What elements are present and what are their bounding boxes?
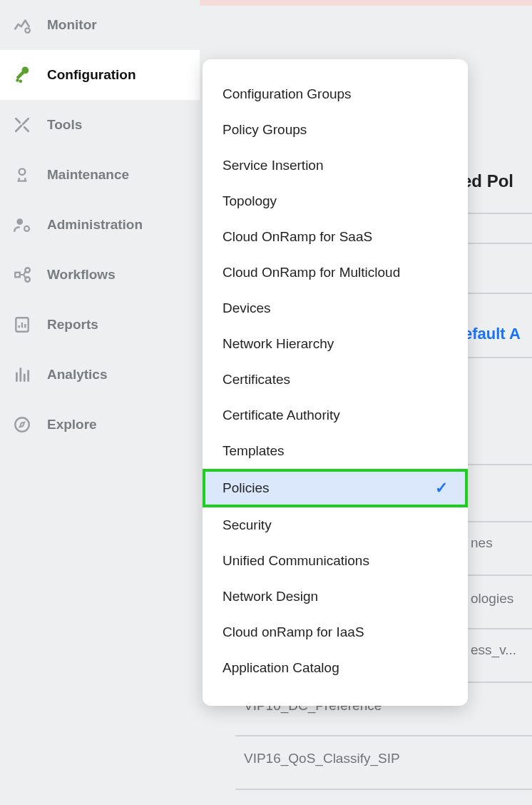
flyout-item-certificate-authority[interactable]: Certificate Authority bbox=[203, 398, 468, 433]
flyout-item-cloud-onramp-saas[interactable]: Cloud OnRamp for SaaS bbox=[203, 219, 468, 255]
divider bbox=[235, 735, 532, 736]
sidebar-item-tools[interactable]: Tools bbox=[0, 100, 200, 150]
sidebar-item-label: Maintenance bbox=[47, 167, 129, 183]
top-alert-bar bbox=[200, 0, 532, 6]
flyout-item-label: Cloud OnRamp for SaaS bbox=[222, 229, 372, 245]
configuration-flyout: Configuration Groups Policy Groups Servi… bbox=[203, 59, 468, 706]
flyout-item-label: Unified Communications bbox=[222, 553, 369, 569]
sidebar-item-label: Monitor bbox=[47, 17, 97, 33]
svg-point-5 bbox=[24, 226, 29, 231]
flyout-item-label: Certificate Authority bbox=[222, 407, 340, 423]
flyout-item-label: Service Insertion bbox=[222, 158, 324, 173]
sidebar-item-maintenance[interactable]: Maintenance bbox=[0, 150, 200, 200]
sidebar-item-label: Administration bbox=[47, 217, 143, 233]
sidebar-item-explore[interactable]: Explore bbox=[0, 400, 200, 450]
link-partial[interactable]: efault A bbox=[464, 325, 521, 343]
flyout-item-templates[interactable]: Templates bbox=[203, 433, 468, 469]
svg-rect-6 bbox=[15, 273, 20, 278]
analytics-icon bbox=[13, 365, 31, 384]
flyout-item-network-hierarchy[interactable]: Network Hierarchy bbox=[203, 326, 468, 362]
compass-icon bbox=[13, 415, 31, 434]
user-gear-icon bbox=[13, 216, 31, 234]
flyout-item-topology[interactable]: Topology bbox=[203, 183, 468, 219]
flyout-item-label: Certificates bbox=[222, 372, 290, 388]
sidebar-item-label: Configuration bbox=[47, 67, 136, 83]
flyout-item-network-design[interactable]: Network Design bbox=[203, 579, 468, 614]
flyout-item-unified-communications[interactable]: Unified Communications bbox=[203, 543, 468, 579]
sidebar-item-monitor[interactable]: Monitor bbox=[0, 0, 200, 50]
svg-point-0 bbox=[25, 28, 30, 33]
flyout-item-label: Templates bbox=[222, 443, 285, 459]
flyout-item-security[interactable]: Security bbox=[203, 507, 468, 543]
flyout-item-certificates[interactable]: Certificates bbox=[203, 362, 468, 398]
sidebar-item-label: Explore bbox=[47, 417, 97, 432]
flyout-item-label: Network Hierarchy bbox=[222, 336, 334, 352]
sidebar-item-label: Tools bbox=[47, 117, 82, 133]
svg-point-3 bbox=[19, 168, 26, 175]
gear-icon bbox=[13, 166, 31, 184]
svg-point-10 bbox=[15, 417, 29, 432]
svg-point-4 bbox=[16, 218, 23, 225]
svg-point-1 bbox=[16, 79, 19, 81]
sidebar-item-workflows[interactable]: Workflows bbox=[0, 250, 200, 300]
sidebar-item-label: Analytics bbox=[47, 367, 107, 383]
report-icon bbox=[13, 315, 31, 334]
flyout-item-label: Devices bbox=[222, 300, 271, 316]
monitor-icon bbox=[13, 16, 31, 34]
nav-sidebar: Monitor Configuration Tools Maintenance … bbox=[0, 0, 200, 805]
row-text-partial: nes bbox=[471, 535, 493, 551]
sidebar-item-label: Workflows bbox=[47, 267, 116, 283]
flyout-item-policies[interactable]: Policies ✓ bbox=[203, 469, 468, 507]
flyout-item-cloud-onramp-multicloud[interactable]: Cloud OnRamp for Multicloud bbox=[203, 255, 468, 290]
sidebar-item-reports[interactable]: Reports bbox=[0, 300, 200, 350]
row-text-partial: ess_v... bbox=[471, 642, 516, 658]
sidebar-item-analytics[interactable]: Analytics bbox=[0, 350, 200, 400]
row-text[interactable]: VIP16_QoS_Classify_SIP bbox=[244, 751, 400, 766]
flyout-item-devices[interactable]: Devices bbox=[203, 290, 468, 326]
flyout-item-application-catalog[interactable]: Application Catalog bbox=[203, 650, 468, 686]
sidebar-item-configuration[interactable]: Configuration bbox=[0, 50, 200, 100]
flyout-item-label: Application Catalog bbox=[222, 660, 339, 676]
flyout-item-label: Policy Groups bbox=[222, 122, 307, 138]
flyout-item-policy-groups[interactable]: Policy Groups bbox=[203, 112, 468, 148]
row-text-partial: ologies bbox=[471, 591, 513, 607]
wrench-icon bbox=[13, 66, 31, 84]
flyout-item-label: Policies bbox=[222, 480, 269, 496]
flyout-item-label: Topology bbox=[222, 193, 277, 209]
svg-point-2 bbox=[19, 80, 21, 82]
checkmark-icon: ✓ bbox=[435, 479, 448, 497]
workflow-icon bbox=[13, 265, 31, 284]
sidebar-item-administration[interactable]: Administration bbox=[0, 200, 200, 250]
flyout-item-service-insertion[interactable]: Service Insertion bbox=[203, 148, 468, 183]
flyout-item-label: Cloud OnRamp for Multicloud bbox=[222, 265, 400, 280]
flyout-item-label: Security bbox=[222, 517, 272, 533]
flyout-item-label: Configuration Groups bbox=[222, 86, 352, 102]
tools-icon bbox=[13, 116, 31, 134]
flyout-item-label: Network Design bbox=[222, 589, 318, 604]
flyout-item-cloud-onramp-iaas[interactable]: Cloud onRamp for IaaS bbox=[203, 614, 468, 650]
flyout-item-configuration-groups[interactable]: Configuration Groups bbox=[203, 76, 468, 112]
divider bbox=[235, 789, 532, 790]
flyout-item-label: Cloud onRamp for IaaS bbox=[222, 624, 364, 640]
sidebar-item-label: Reports bbox=[47, 317, 98, 333]
